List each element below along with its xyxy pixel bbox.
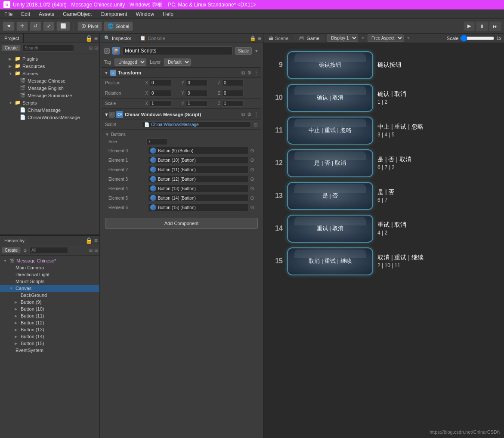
hier-btn15[interactable]: ▶ Button (15): [0, 340, 99, 347]
toolbar-rotate-btn[interactable]: ↺: [30, 22, 41, 31]
rot-z-input[interactable]: [222, 90, 244, 96]
transform-settings-icon[interactable]: ⚙: [247, 70, 252, 76]
menu-assets[interactable]: Assets: [34, 9, 59, 19]
script-menu-icon[interactable]: ⋮: [254, 111, 259, 117]
hier-search[interactable]: [29, 247, 68, 254]
add-component-button[interactable]: Add Component: [105, 218, 258, 229]
object-active-checkbox[interactable]: ✓: [104, 48, 110, 54]
layer-select[interactable]: Default: [164, 59, 191, 66]
tree-plugins[interactable]: ▶ 📁 Plugins: [0, 55, 99, 62]
hier-btn13[interactable]: ▶ Button (13): [0, 326, 99, 333]
hier-icon1[interactable]: ⊞: [89, 248, 93, 253]
scale-y-input[interactable]: [186, 100, 207, 107]
menu-file[interactable]: File: [0, 9, 17, 19]
script-circle-icon[interactable]: ⊙: [254, 122, 258, 128]
tree-msg-chinese[interactable]: 🎬 Message Chinese: [0, 77, 99, 84]
inspector-lock-icon[interactable]: 🔒: [250, 35, 256, 41]
scene-tab[interactable]: 🏔 Scene: [263, 34, 294, 42]
lock-icon[interactable]: 🔒: [85, 35, 93, 42]
tree-scenes[interactable]: ▼ 📁 Scenes: [0, 70, 99, 77]
game-button-12[interactable]: 是 | 否 | 取消: [287, 149, 373, 177]
hier-root[interactable]: ▼ 🎬 Message Chinese*: [0, 257, 99, 264]
hier-mount-scripts[interactable]: Mount Scripts: [0, 278, 99, 285]
hier-dir-light[interactable]: Directional Light: [0, 271, 99, 278]
menu-edit[interactable]: Edit: [17, 9, 34, 19]
toolbar-rect-btn[interactable]: ⬜: [56, 22, 70, 31]
tree-chinar-win[interactable]: 📄 ChinarWindowsMessage: [0, 114, 99, 121]
menu-help[interactable]: Help: [158, 9, 178, 19]
hier-background[interactable]: BackGround: [0, 292, 99, 299]
toolbar-scale-btn[interactable]: ⤢: [43, 22, 55, 31]
game-tab[interactable]: 🎮 Game: [294, 34, 325, 42]
hier-btn12[interactable]: ▶ Button (12): [0, 319, 99, 326]
hier-btn10[interactable]: ▶ Button (10): [0, 305, 99, 312]
script-copy-icon[interactable]: ⧉: [241, 111, 245, 117]
display-select[interactable]: Display 1: [327, 34, 358, 42]
scale-slider[interactable]: [460, 35, 495, 42]
el5-circle[interactable]: ⊙: [250, 195, 254, 201]
el3-circle[interactable]: ⊙: [250, 176, 254, 182]
tree-msg-english[interactable]: 🎬 Message English: [0, 84, 99, 92]
inspector-more-icon[interactable]: ≡: [256, 35, 263, 42]
transform-section-header[interactable]: ▼ ⊕ Transform ⧉ ⚙ ⋮: [102, 68, 261, 78]
tree-resources[interactable]: ▶ 📁 Resources: [0, 62, 99, 70]
hier-btn9[interactable]: ▶ Button (9): [0, 299, 99, 305]
pos-y-input[interactable]: [186, 80, 207, 86]
size-input[interactable]: [146, 139, 168, 145]
console-tab[interactable]: 📋 Console: [136, 34, 169, 42]
step-button[interactable]: ⏭: [489, 22, 501, 31]
aspect-select[interactable]: Free Aspect: [368, 34, 404, 42]
tree-scripts[interactable]: ▼ 📁 Scripts: [0, 99, 99, 106]
game-button-9[interactable]: 确认按钮: [287, 51, 373, 79]
hier-canvas[interactable]: ▼ Canvas: [0, 285, 99, 292]
pos-x-input[interactable]: [150, 80, 171, 86]
pivot-button[interactable]: ⦿ Pivot: [77, 22, 102, 31]
script-section-header[interactable]: ▼ ✓ C# Chinar Windows Message (Script) ⧉…: [102, 109, 261, 120]
game-button-14[interactable]: 重试 | 取消: [287, 215, 373, 243]
el1-circle[interactable]: ⊙: [250, 157, 254, 163]
toolbar-hand-btn[interactable]: ☚: [3, 22, 15, 31]
game-button-13[interactable]: 是 | 否: [287, 182, 373, 210]
hier-more-icon[interactable]: ≡: [94, 237, 98, 244]
project-search[interactable]: [22, 45, 74, 52]
script-active-checkbox[interactable]: ✓: [109, 112, 114, 117]
rot-y-input[interactable]: [186, 90, 207, 96]
transform-copy-icon[interactable]: ⧉: [241, 70, 245, 76]
object-name-input[interactable]: [123, 46, 232, 55]
hier-lock-icon[interactable]: 🔒: [85, 237, 93, 244]
project-create-btn[interactable]: Create: [2, 45, 21, 51]
hier-btn11[interactable]: ▶ Button (11): [0, 312, 99, 319]
scale-z-input[interactable]: [222, 100, 244, 107]
game-button-11[interactable]: 中止 | 重试 | 忽略: [287, 117, 373, 145]
rot-x-input[interactable]: [150, 90, 171, 96]
tree-msg-summarize[interactable]: 🎬 Message Summarize: [0, 92, 99, 99]
play-button[interactable]: ▶: [464, 22, 475, 31]
hier-btn14[interactable]: ▶ Button (14): [0, 333, 99, 340]
el6-circle[interactable]: ⊙: [250, 204, 254, 210]
hier-main-camera[interactable]: Main Camera: [0, 264, 99, 271]
project-tab[interactable]: Project: [0, 34, 24, 43]
pos-z-input[interactable]: [222, 80, 244, 86]
el4-circle[interactable]: ⊙: [250, 185, 254, 191]
toolbar-move-btn[interactable]: ✛: [16, 22, 28, 31]
menu-component[interactable]: Component: [96, 9, 131, 19]
global-button[interactable]: 🌐 Global: [104, 22, 133, 31]
inspector-tab[interactable]: 🔍 Inspector: [100, 34, 136, 42]
static-button[interactable]: Static: [235, 47, 252, 55]
scale-x-input[interactable]: [150, 100, 171, 107]
tag-select[interactable]: Untagged: [114, 59, 146, 66]
menu-window[interactable]: Window: [131, 9, 158, 19]
game-button-15[interactable]: 取消 | 重试 | 继续: [287, 247, 373, 275]
hierarchy-tab[interactable]: Hierarchy: [0, 236, 29, 245]
more-icon[interactable]: ≡: [94, 35, 98, 42]
static-dropdown-arrow[interactable]: ▼: [254, 49, 259, 53]
transform-menu-icon[interactable]: ⋮: [254, 70, 259, 76]
hier-icon2[interactable]: ⊟: [94, 248, 98, 253]
tree-chinar-msg[interactable]: 📄 ChinarMessage: [0, 106, 99, 114]
pause-button[interactable]: ⏸: [476, 22, 488, 31]
el2-circle[interactable]: ⊙: [250, 167, 254, 173]
buttons-header[interactable]: ▼ Buttons: [105, 131, 258, 138]
menu-gameobject[interactable]: GameObject: [59, 9, 96, 19]
game-button-10[interactable]: 确认 | 取消: [287, 84, 373, 112]
hier-eventsystem[interactable]: EventSystem: [0, 347, 99, 354]
